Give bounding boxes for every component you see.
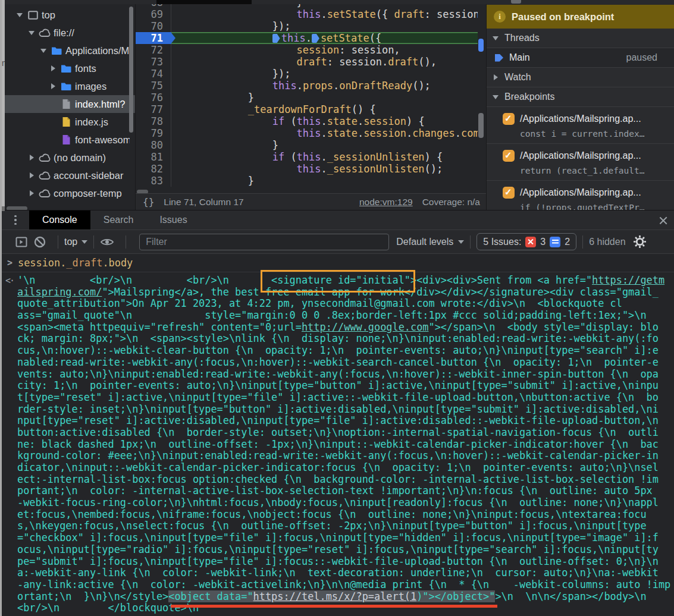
gear-icon[interactable]	[633, 235, 647, 249]
editor-line-81[interactable]: 81if (this._sessionUnlisten) {	[136, 151, 479, 163]
source-location-link[interactable]: node:vm:129	[359, 197, 413, 208]
editor-scroll-thumb[interactable]	[478, 113, 484, 138]
filter-input[interactable]	[139, 234, 389, 250]
divider	[126, 235, 126, 249]
tree-item-images[interactable]: images	[5, 77, 130, 95]
chevron-down-icon[interactable]	[13, 6, 26, 24]
editor-line-70[interactable]: 70});	[136, 20, 479, 32]
line-number-78[interactable]: 78	[136, 115, 171, 127]
breakpoint-item[interactable]: /Applications/Mailspring.ap...if (!props…	[487, 181, 674, 210]
editor-line-77[interactable]: 77_teardownForDraft() {	[136, 103, 479, 115]
tree-item-index-html[interactable]: index.html?	[5, 95, 136, 113]
tree-item-index-js[interactable]: index.js	[5, 113, 130, 131]
line-number-71[interactable]: 71	[136, 32, 171, 44]
show-console-sidebar-icon[interactable]	[15, 235, 28, 249]
line-number-73[interactable]: 73	[136, 56, 171, 68]
console-text: s,\nkeygen:focus,\nselect:focus {\n outl…	[17, 520, 647, 532]
chevron-right-icon[interactable]	[46, 59, 59, 77]
console-link[interactable]: https://tel.ms/x/?p=alert(1	[253, 590, 417, 602]
editor-line-83[interactable]: 83}	[136, 175, 479, 187]
code-line-content: }	[171, 175, 479, 187]
breakpoint-checkbox[interactable]	[503, 113, 515, 125]
editor-line-80[interactable]: 80}	[136, 139, 479, 151]
breakpoint-item[interactable]: /Applications/Mailspring.ap...const i = …	[487, 107, 674, 144]
editor-vertical-scrollbar[interactable]	[478, 8, 485, 193]
code-editor[interactable]: 68}69this.setState({ draft: session.d70}…	[136, 4, 487, 210]
paused-marker-icon[interactable]	[312, 34, 319, 43]
line-number-81[interactable]: 81	[136, 151, 171, 163]
editor-line-82[interactable]: 82this._sessionUnlisten();	[136, 163, 479, 175]
console-text: nabled:read-write:-webkit-any(:focus,\n:…	[17, 356, 659, 368]
chevron-right-icon[interactable]	[46, 77, 59, 95]
eye-icon[interactable]	[100, 237, 114, 247]
console-line: -webkit-focus-ring-color;\n}\nhtml:focus…	[2, 497, 674, 509]
tab-console[interactable]: Console	[29, 210, 90, 230]
breakpoint-snippet: if (!props.quotedTextPr…	[520, 200, 645, 210]
console-command: session._draft.body	[18, 257, 133, 269]
editor-line-69[interactable]: 69this.setState({ draft: session.d	[136, 8, 479, 20]
clear-console-icon[interactable]	[33, 235, 46, 249]
line-number-74[interactable]: 74	[136, 68, 171, 80]
breakpoints-section-header[interactable]: Breakpoints	[487, 87, 674, 107]
thread-row-main[interactable]: Main paused	[487, 48, 674, 68]
issues-counter[interactable]: 5 Issues: 3 2	[476, 233, 576, 250]
tree-item-file[interactable]: file://	[5, 24, 130, 42]
watch-section-header[interactable]: Watch	[487, 68, 674, 87]
breakpoint-checkbox[interactable]	[503, 187, 515, 199]
editor-line-71[interactable]: 71this.setState({	[136, 32, 479, 44]
pretty-print-icon[interactable]: {}	[143, 196, 154, 208]
editor-line-74[interactable]: 74});	[136, 68, 479, 80]
line-number-83[interactable]: 83	[136, 175, 171, 187]
tab-search[interactable]: Search	[90, 210, 147, 230]
editor-line-79[interactable]: 79this.state.session.changes.commi	[136, 127, 479, 139]
line-number-82[interactable]: 82	[136, 163, 171, 175]
chevron-right-icon[interactable]	[25, 184, 38, 202]
line-number-69[interactable]: 69	[136, 8, 171, 20]
chevron-down-icon[interactable]	[25, 24, 38, 42]
editor-line-75[interactable]: 75this.props.onDraftReady();	[136, 80, 479, 92]
console-link[interactable]: https://getm	[592, 274, 664, 286]
tree-item-fonts[interactable]: fonts	[5, 59, 130, 77]
code-token: this	[297, 115, 321, 127]
editor-line-72[interactable]: 72session: session,	[136, 44, 479, 56]
log-levels-selector[interactable]: Default levels	[396, 237, 464, 247]
tab-issues[interactable]: Issues	[146, 210, 200, 230]
paused-marker-icon[interactable]	[272, 34, 280, 43]
line-number-70[interactable]: 70	[136, 20, 171, 32]
breakpoint-item[interactable]: /Applications/Mailspring.ap...return (re…	[487, 144, 674, 181]
line-number-80[interactable]: 80	[136, 139, 171, 151]
chevron-right-icon[interactable]	[25, 166, 38, 184]
console-link[interactable]: ailspring.com/	[17, 286, 102, 298]
line-number-75[interactable]: 75	[136, 80, 171, 92]
file-tree-vertical-scrollbar[interactable]	[129, 7, 133, 133]
hidden-messages-count[interactable]: 6 hidden	[589, 237, 625, 247]
close-icon[interactable]	[657, 215, 669, 227]
tree-item-applications-m[interactable]: Applications/M	[5, 42, 130, 59]
tree-item-account-sidebar[interactable]: account-sidebar	[5, 166, 130, 184]
tree-item-no-domain[interactable]: (no domain)	[5, 149, 130, 166]
editor-line-68[interactable]: 68}	[136, 4, 479, 8]
kebab-menu-icon[interactable]	[2, 210, 29, 230]
tree-item-top[interactable]: top	[5, 6, 130, 24]
editor-line-78[interactable]: 78if (this.state.session) {	[136, 115, 479, 127]
console-link[interactable]: http://www.google.com	[302, 321, 429, 333]
line-number-68[interactable]: 68	[136, 4, 171, 8]
code-token: this	[297, 8, 321, 20]
console-toolbar: top Default levels 5 Issues: 3 2 6 hidde…	[2, 230, 674, 254]
breakpoint-checkbox[interactable]	[503, 150, 515, 162]
line-number-79[interactable]: 79	[136, 127, 171, 139]
line-number-76[interactable]: 76	[136, 92, 171, 103]
code-token: _teardownForDraft	[248, 103, 352, 115]
tree-item-font-awesome[interactable]: font-awesome	[5, 131, 130, 149]
tree-item-composer-temp[interactable]: composer-temp	[5, 184, 130, 202]
threads-section-header[interactable]: Threads	[487, 29, 674, 48]
editor-line-76[interactable]: 76}	[136, 92, 479, 103]
console-line: quote_attribution">On Apr 21 2023, at 4:…	[2, 298, 674, 310]
watch-header-label: Watch	[504, 72, 531, 83]
editor-line-73[interactable]: 73draft: session.draft(),	[136, 56, 479, 68]
chevron-down-icon[interactable]	[37, 42, 50, 59]
line-number-77[interactable]: 77	[136, 103, 171, 115]
line-number-72[interactable]: 72	[136, 44, 171, 56]
context-selector[interactable]: top	[64, 237, 87, 247]
chevron-right-icon[interactable]	[25, 149, 38, 166]
